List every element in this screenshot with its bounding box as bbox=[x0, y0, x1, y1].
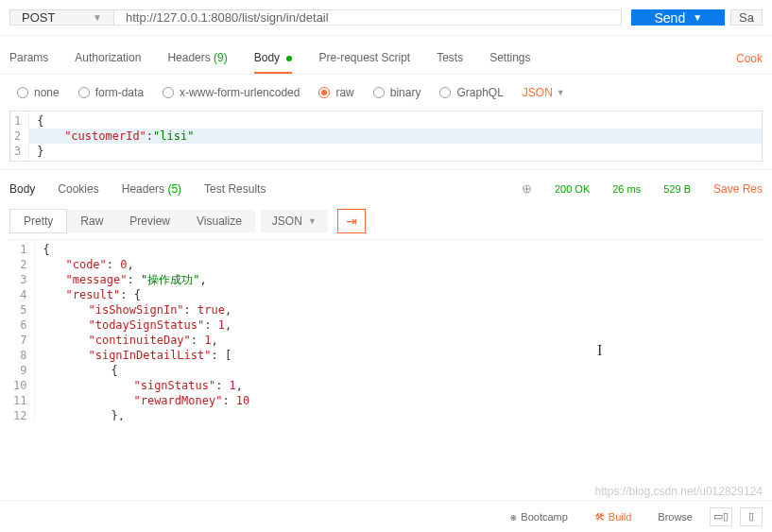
cookies-link[interactable]: Cook bbox=[736, 52, 763, 65]
tab-body[interactable]: Body bbox=[254, 43, 293, 74]
radio-binary[interactable]: binary bbox=[373, 86, 421, 99]
view-raw[interactable]: Raw bbox=[67, 210, 116, 232]
footer-browse[interactable]: Browse bbox=[648, 507, 702, 526]
radio-graphql[interactable]: GraphQL bbox=[439, 86, 503, 99]
radio-form-data[interactable]: form-data bbox=[78, 86, 144, 99]
radio-none[interactable]: none bbox=[17, 86, 60, 99]
tab-params[interactable]: Params bbox=[9, 43, 48, 74]
tab-headers[interactable]: Headers (9) bbox=[167, 43, 227, 74]
request-body-editor[interactable]: 123 { "customerId":"lisi"} bbox=[9, 111, 763, 162]
caret-down-icon: ▼ bbox=[308, 216, 317, 226]
wrench-icon: 🛠 bbox=[594, 511, 605, 523]
watermark: https://blog.csdn.net/u012829124 bbox=[595, 485, 763, 498]
two-pane-button[interactable]: ▭▯ bbox=[710, 507, 732, 526]
modified-dot-icon bbox=[286, 56, 292, 61]
footer-build[interactable]: 🛠 Build bbox=[585, 507, 641, 526]
view-preview[interactable]: Preview bbox=[116, 210, 183, 232]
view-pretty[interactable]: Pretty bbox=[9, 209, 67, 233]
tab-prerequest[interactable]: Pre-request Script bbox=[318, 43, 410, 74]
save-button[interactable]: Sa bbox=[730, 9, 763, 26]
resp-tab-test-results[interactable]: Test Results bbox=[204, 182, 266, 196]
caret-down-icon: ▼ bbox=[557, 88, 565, 97]
response-time: 26 ms bbox=[612, 183, 641, 195]
send-button[interactable]: Send ▼ bbox=[631, 9, 725, 26]
globe-icon[interactable]: ⊕ bbox=[522, 181, 532, 196]
caret-down-icon: ▼ bbox=[693, 12, 702, 23]
resp-tab-body[interactable]: Body bbox=[9, 182, 35, 196]
tab-settings[interactable]: Settings bbox=[489, 43, 530, 74]
method-value: POST bbox=[22, 10, 55, 25]
save-response-button[interactable]: Save Res bbox=[713, 182, 763, 196]
status-code: 200 OK bbox=[555, 183, 590, 195]
response-size: 529 B bbox=[663, 183, 691, 195]
response-format-select[interactable]: JSON ▼ bbox=[261, 210, 328, 232]
line-gutter: 1234567891011121314 bbox=[9, 240, 35, 420]
wrap-icon: ⇥ bbox=[346, 214, 357, 229]
wrap-lines-button[interactable]: ⇥ bbox=[337, 209, 366, 233]
tab-tests[interactable]: Tests bbox=[437, 43, 463, 74]
tab-authorization[interactable]: Authorization bbox=[75, 43, 141, 74]
view-visualize[interactable]: Visualize bbox=[183, 210, 255, 232]
resp-tab-headers[interactable]: Headers (5) bbox=[122, 182, 181, 196]
line-gutter: 123 bbox=[10, 112, 29, 161]
radio-raw[interactable]: raw bbox=[318, 86, 353, 99]
single-pane-button[interactable]: ▯ bbox=[740, 507, 763, 526]
resp-headers-count-badge: (5) bbox=[167, 182, 181, 196]
method-select[interactable]: POST ▼ bbox=[9, 9, 113, 26]
footer-bootcamp[interactable]: ⎈ Bootcamp bbox=[501, 507, 577, 526]
body-format-select[interactable]: JSON ▼ bbox=[523, 86, 565, 99]
radio-urlencoded[interactable]: x-www-form-urlencoded bbox=[163, 86, 300, 99]
response-body-viewer[interactable]: 1234567891011121314 {"code": 0,"message"… bbox=[9, 239, 763, 420]
resp-tab-cookies[interactable]: Cookies bbox=[58, 182, 98, 196]
url-input[interactable]: http://127.0.0.1:8080/list/sign/in/detai… bbox=[113, 9, 622, 26]
headers-count-badge: (9) bbox=[214, 51, 228, 64]
caret-down-icon: ▼ bbox=[93, 12, 102, 23]
text-cursor-icon: I bbox=[597, 342, 602, 359]
graduation-cap-icon: ⎈ bbox=[510, 511, 517, 523]
